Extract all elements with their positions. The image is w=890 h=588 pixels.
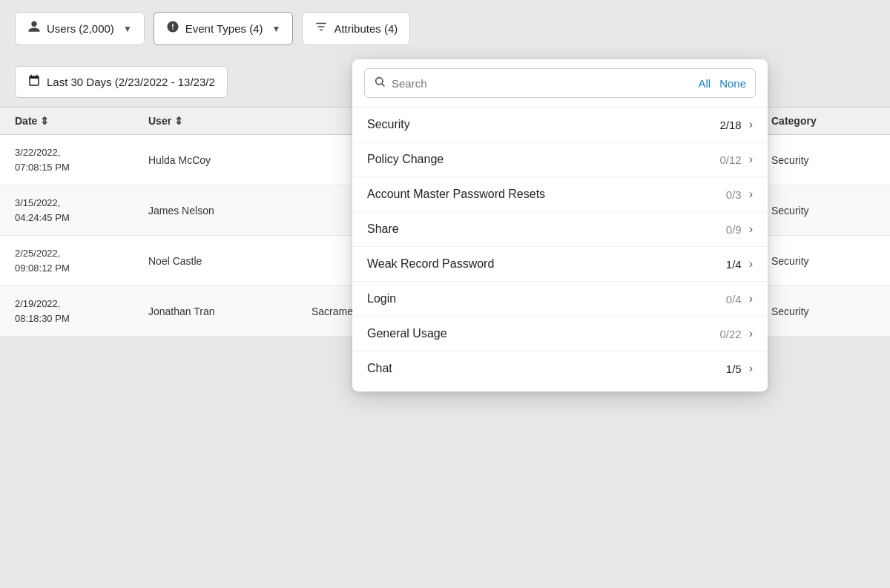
date-range-btn[interactable]: Last 30 Days (2/23/2022 - 13/23/2 — [15, 66, 228, 98]
event-type-item[interactable]: Chat 1/5 › — [352, 351, 768, 386]
event-count: 0/4 — [726, 293, 742, 305]
users-filter-label: Users (2,000) — [47, 22, 114, 35]
search-row: All None — [364, 68, 756, 98]
date-cell: 2/25/2022,09:08:12 PM — [15, 246, 148, 275]
event-type-item[interactable]: Share 0/9 › — [352, 212, 768, 247]
col-category-label: Category — [771, 115, 817, 127]
chevron-right-icon: › — [749, 222, 753, 236]
chevron-right-icon: › — [749, 362, 753, 375]
all-none-area: All None — [698, 77, 755, 90]
user-cell: Jonathan Tran — [148, 305, 312, 317]
all-link[interactable]: All — [698, 77, 711, 90]
calendar-icon — [27, 74, 41, 90]
event-right: 0/3 › — [726, 188, 753, 201]
alert-icon — [166, 20, 179, 37]
search-icon — [374, 76, 386, 90]
event-type-name: Share — [367, 222, 399, 236]
date-cell: 3/15/2022,04:24:45 PM — [15, 196, 148, 225]
event-type-item[interactable]: Weak Record Password 1/4 › — [352, 247, 768, 282]
col-date-label: Date — [15, 115, 37, 127]
attributes-filter-label: Attributes (4) — [334, 22, 398, 35]
chevron-right-icon: › — [749, 327, 753, 340]
event-types-dropdown: All None Security 2/18 › Policy Change 0… — [352, 59, 768, 392]
filter-icon — [314, 20, 328, 37]
category-cell: Security — [771, 154, 875, 166]
event-types-filter-btn[interactable]: Event Types (4) ▼ — [154, 12, 294, 45]
event-type-name: Chat — [367, 362, 392, 375]
chevron-right-icon: › — [749, 118, 753, 131]
chevron-right-icon: › — [749, 188, 753, 201]
event-type-name: Security — [367, 118, 410, 131]
sort-icon-date: ⇕ — [40, 115, 49, 127]
event-type-list: Security 2/18 › Policy Change 0/12 › Acc… — [352, 108, 768, 386]
event-type-name: General Usage — [367, 327, 447, 340]
date-cell: 3/22/2022,07:08:15 PM — [15, 145, 148, 174]
event-right: 0/9 › — [726, 222, 753, 236]
user-cell: Hulda McCoy — [148, 154, 312, 166]
event-type-item[interactable]: Login 0/4 › — [352, 282, 768, 317]
category-cell: Security — [771, 205, 875, 217]
event-right: 0/12 › — [719, 153, 753, 166]
date-cell: 2/19/2022,08:18:30 PM — [15, 297, 148, 326]
chevron-right-icon: › — [749, 257, 753, 271]
users-filter-btn[interactable]: Users (2,000) ▼ — [15, 12, 145, 45]
event-count: 0/22 — [719, 328, 741, 340]
none-link[interactable]: None — [719, 77, 746, 90]
event-right: 0/22 › — [719, 327, 753, 340]
col-user[interactable]: User ⇕ — [148, 115, 312, 127]
event-type-item[interactable]: General Usage 0/22 › — [352, 317, 768, 351]
users-chevron-icon: ▼ — [123, 24, 132, 34]
person-icon — [27, 20, 41, 37]
event-count: 0/9 — [726, 223, 742, 236]
user-cell: Noel Castle — [148, 255, 312, 267]
event-count: 1/4 — [726, 258, 742, 271]
event-right: 0/4 › — [726, 292, 753, 305]
user-cell: James Nelson — [148, 205, 312, 217]
event-type-name: Weak Record Password — [367, 257, 494, 271]
event-right: 1/5 › — [726, 362, 753, 375]
category-cell: Security — [771, 305, 875, 317]
attributes-filter-btn[interactable]: Attributes (4) — [302, 12, 410, 45]
dropdown-search-container: All None — [352, 59, 768, 108]
event-type-item[interactable]: Security 2/18 › — [352, 108, 768, 142]
category-cell: Security — [771, 255, 875, 267]
event-type-name: Account Master Password Resets — [367, 188, 545, 201]
event-type-item[interactable]: Account Master Password Resets 0/3 › — [352, 177, 768, 212]
event-count: 0/3 — [726, 188, 742, 201]
sort-icon-user: ⇕ — [174, 115, 183, 127]
col-category: Category — [771, 115, 875, 127]
event-right: 2/18 › — [719, 118, 753, 131]
event-type-name: Login — [367, 292, 396, 305]
event-right: 1/4 › — [726, 257, 753, 271]
col-user-label: User — [148, 115, 171, 127]
event-types-filter-label: Event Types (4) — [185, 22, 263, 35]
event-type-item[interactable]: Policy Change 0/12 › — [352, 142, 768, 177]
event-count: 1/5 — [726, 363, 742, 375]
filter-bar: Users (2,000) ▼ Event Types (4) ▼ Attrib… — [0, 0, 890, 57]
search-input-area — [365, 69, 698, 97]
chevron-right-icon: › — [749, 292, 753, 305]
event-count: 0/12 — [719, 153, 741, 166]
search-input[interactable] — [392, 77, 689, 90]
chevron-right-icon: › — [749, 153, 753, 166]
svg-line-1 — [382, 84, 384, 86]
event-types-chevron-icon: ▼ — [272, 24, 281, 34]
event-count: 2/18 — [719, 119, 741, 131]
date-range-label: Last 30 Days (2/23/2022 - 13/23/2 — [47, 76, 215, 88]
event-type-name: Policy Change — [367, 153, 444, 166]
col-date[interactable]: Date ⇕ — [15, 115, 148, 127]
